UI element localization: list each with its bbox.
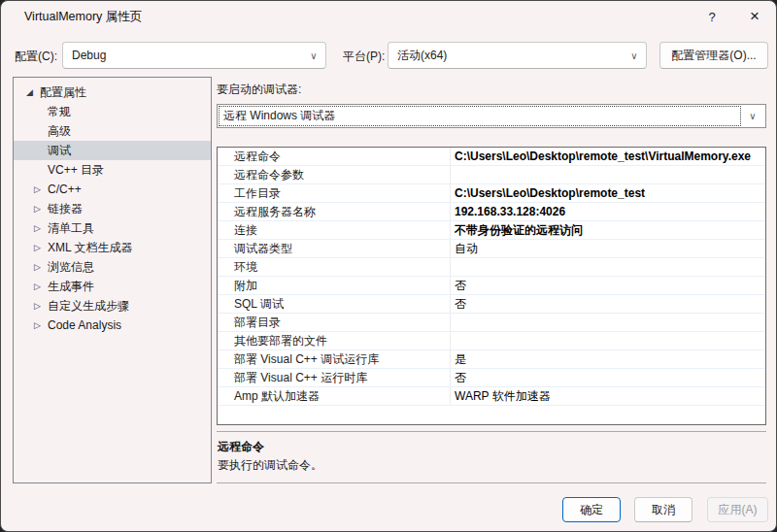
configuration-manager-button[interactable]: 配置管理器(O)... (659, 42, 768, 69)
property-name[interactable]: 部署目录 (218, 314, 451, 331)
platform-dropdown[interactable]: 活动(x64) ∨ (388, 42, 647, 69)
property-name[interactable]: 附加 (218, 277, 451, 294)
configuration-tree: ◢配置属性常规高级调试VC++ 目录▷C/C++▷链接器▷清单工具▷XML 文档… (13, 77, 212, 483)
property-grid: 远程命令C:\Users\Leo\Desktop\remote_test\Vir… (217, 147, 766, 425)
tree-item-label: 调试 (48, 143, 71, 159)
tree-item-label: 自定义生成步骤 (48, 298, 129, 315)
tree-item[interactable]: 常规 (14, 102, 211, 121)
tree-indent (14, 209, 34, 210)
chevron-down-icon: ∨ (302, 50, 325, 61)
tree-collapsed-icon[interactable]: ▷ (34, 320, 48, 330)
property-name[interactable]: 环境 (218, 258, 451, 276)
property-row[interactable]: Amp 默认加速器WARP 软件加速器 (218, 387, 765, 406)
tree-collapsed-icon[interactable]: ▷ (34, 262, 48, 272)
property-row[interactable]: 其他要部署的文件 (218, 332, 765, 350)
property-name[interactable]: 远程命令 (218, 148, 451, 165)
tree-item[interactable]: ▷C/C++ (14, 180, 211, 199)
property-value[interactable]: C:\Users\Leo\Desktop\remote_test\Virtual… (451, 148, 765, 165)
chevron-down-icon: ∨ (623, 50, 646, 61)
tree-indent (14, 112, 34, 113)
tree-item[interactable]: ▷自定义生成步骤 (14, 296, 211, 316)
configuration-dropdown[interactable]: Debug ∨ (62, 42, 326, 69)
help-button[interactable]: ? (693, 1, 731, 32)
tree-collapsed-icon[interactable]: ▷ (34, 301, 48, 311)
property-name[interactable]: 部署 Visual C++ 运行时库 (218, 369, 451, 386)
tree-item[interactable]: 高级 (14, 121, 211, 141)
tree-item-label: 链接器 (48, 201, 83, 217)
property-row[interactable]: 部署目录 (218, 314, 765, 332)
tree-indent (14, 131, 34, 132)
property-name[interactable]: 调试器类型 (218, 240, 451, 257)
property-name[interactable]: Amp 默认加速器 (218, 387, 451, 405)
close-icon: × (750, 7, 760, 26)
property-row[interactable]: 远程命令C:\Users\Leo\Desktop\remote_test\Vir… (218, 148, 765, 166)
tree-item-label: Code Analysis (48, 318, 121, 332)
tree-item[interactable]: ▷生成事件 (14, 277, 211, 296)
tree-item-label: 常规 (48, 104, 71, 120)
property-value[interactable]: C:\Users\Leo\Desktop\remote_test (451, 184, 765, 202)
property-value[interactable] (451, 258, 765, 276)
tree-item[interactable]: 调试 (14, 141, 211, 160)
property-value[interactable]: 否 (451, 369, 765, 386)
debugger-dropdown[interactable]: 远程 Windows 调试器 ∨ (217, 104, 766, 128)
tree-expanded-icon[interactable]: ◢ (26, 87, 40, 97)
tree-indent (14, 92, 26, 93)
property-row[interactable]: 远程命令参数 (218, 166, 765, 184)
property-row[interactable]: 附加否 (218, 277, 765, 295)
property-value[interactable]: WARP 软件加速器 (451, 387, 765, 405)
property-row[interactable]: 调试器类型自动 (218, 240, 765, 258)
window-title: VirtualMemory 属性页 (24, 1, 142, 32)
tree-item[interactable]: ▷链接器 (14, 199, 211, 218)
property-name[interactable]: 部署 Visual C++ 调试运行库 (218, 350, 451, 368)
property-name[interactable]: 远程命令参数 (218, 166, 451, 183)
tree-collapsed-icon[interactable]: ▷ (34, 184, 48, 194)
tree-item[interactable]: ▷XML 文档生成器 (14, 238, 211, 257)
property-row[interactable]: 工作目录C:\Users\Leo\Desktop\remote_test (218, 184, 765, 203)
property-value[interactable] (451, 166, 765, 183)
property-value[interactable]: 否 (451, 295, 765, 313)
cancel-button[interactable]: 取消 (634, 497, 693, 522)
property-name[interactable]: 其他要部署的文件 (218, 332, 451, 349)
tree-item-label: 清单工具 (48, 220, 94, 237)
property-name[interactable]: 工作目录 (218, 184, 451, 202)
debugger-to-launch-label: 要启动的调试器: (217, 82, 301, 98)
property-value[interactable]: 不带身份验证的远程访问 (451, 221, 765, 239)
tree-indent (14, 189, 34, 190)
description-text: 要执行的调试命令。 (218, 457, 322, 474)
property-row[interactable]: 部署 Visual C++ 调试运行库是 (218, 350, 765, 369)
property-value[interactable]: 自动 (451, 240, 765, 257)
property-name[interactable]: 远程服务器名称 (218, 203, 451, 220)
property-row[interactable]: 连接不带身份验证的远程访问 (218, 221, 765, 240)
property-row[interactable]: SQL 调试否 (218, 295, 765, 314)
configuration-label: 配置(C): (15, 49, 57, 65)
property-value[interactable] (451, 332, 765, 349)
tree-item-label: VC++ 目录 (48, 162, 104, 179)
property-name[interactable]: SQL 调试 (218, 295, 451, 313)
titlebar[interactable]: VirtualMemory 属性页 ? × (1, 1, 776, 32)
ok-button[interactable]: 确定 (562, 497, 621, 522)
property-row[interactable]: 环境 (218, 258, 765, 277)
debugger-dropdown-value: 远程 Windows 调试器 (220, 107, 740, 125)
tree-indent (14, 248, 34, 249)
tree-item[interactable]: ▷清单工具 (14, 218, 211, 238)
tree-item-label: C/C++ (48, 183, 82, 196)
close-button[interactable]: × (735, 1, 774, 32)
tree-indent (14, 150, 34, 151)
property-value[interactable]: 是 (451, 350, 765, 368)
property-value[interactable] (451, 314, 765, 331)
platform-label: 平台(P): (343, 49, 385, 65)
tree-item[interactable]: ▷Code Analysis (14, 316, 211, 335)
property-value[interactable]: 192.168.33.128:4026 (451, 203, 765, 220)
tree-collapsed-icon[interactable]: ▷ (34, 223, 48, 233)
property-row[interactable]: 远程服务器名称192.168.33.128:4026 (218, 203, 765, 221)
tree-item[interactable]: ▷浏览信息 (14, 257, 211, 277)
chevron-down-icon: ∨ (740, 111, 765, 121)
property-row[interactable]: 部署 Visual C++ 运行时库否 (218, 369, 765, 387)
tree-collapsed-icon[interactable]: ▷ (34, 282, 48, 291)
property-name[interactable]: 连接 (218, 221, 451, 239)
tree-item[interactable]: VC++ 目录 (14, 160, 211, 180)
tree-item[interactable]: ◢配置属性 (14, 83, 211, 102)
property-value[interactable]: 否 (451, 277, 765, 294)
tree-collapsed-icon[interactable]: ▷ (34, 204, 48, 214)
tree-collapsed-icon[interactable]: ▷ (34, 243, 48, 252)
